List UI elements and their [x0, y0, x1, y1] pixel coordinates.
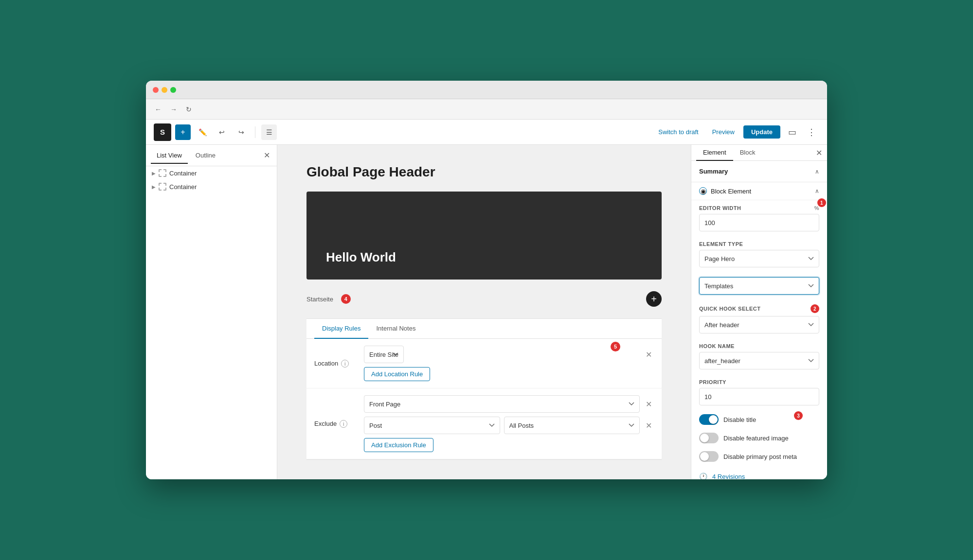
- summary-header[interactable]: Summary ∧: [691, 161, 827, 182]
- quick-hook-label: QUICK HOOK SELECT 2: [699, 304, 819, 313]
- toolbar-left: S + ✏️ ↩ ↪ ☰: [154, 123, 649, 141]
- tree-label-2: Container: [169, 183, 197, 191]
- toolbar-separator: [255, 126, 255, 138]
- editor-width-field: Editor width % 1: [691, 200, 827, 236]
- right-sidebar-close[interactable]: ✕: [816, 148, 822, 158]
- maximize-button[interactable]: [170, 87, 176, 93]
- exclude-select-2a[interactable]: Post: [364, 417, 500, 434]
- tab-outline[interactable]: Outline: [190, 148, 221, 164]
- element-type-field: ELEMENT TYPE Page Hero: [691, 236, 827, 272]
- tab-element[interactable]: Element: [696, 145, 733, 161]
- location-rule-content: Entire Site 5 ✕ Add Location Rule: [364, 346, 654, 381]
- block-element-text: Block Element: [711, 188, 751, 195]
- tab-block[interactable]: Block: [733, 145, 762, 161]
- disable-featured-toggle[interactable]: [699, 433, 719, 443]
- add-location-rule-button[interactable]: Add Location Rule: [364, 367, 430, 381]
- redo-button[interactable]: ↪: [234, 124, 249, 140]
- exclude-rule-content: Front Page ✕ Post All Posts: [364, 395, 654, 452]
- templates-field: Templates: [691, 272, 827, 299]
- add-exclusion-rule-button[interactable]: Add Exclusion Rule: [364, 438, 433, 452]
- badge-4: 4: [341, 294, 351, 304]
- hero-text: Hello World: [326, 250, 396, 265]
- hook-name-select[interactable]: after_header: [699, 352, 819, 369]
- minimize-button[interactable]: [162, 87, 167, 93]
- bottom-tab-bar: Display Rules Internal Notes: [306, 319, 662, 339]
- tab-internal-notes[interactable]: Internal Notes: [368, 319, 423, 339]
- add-block-button[interactable]: +: [646, 291, 662, 307]
- breadcrumb-bar: Startseite 4 +: [306, 287, 662, 311]
- badge-1: 1: [817, 198, 826, 207]
- rules-area: Location i Entire Site 5: [306, 339, 662, 459]
- app-window: ← → ↻ S + ✏️ ↩ ↪ ☰ Switch to draft Previ…: [146, 81, 827, 479]
- quick-hook-select[interactable]: After header: [699, 316, 819, 333]
- exclude-select-row-2: Post All Posts ✕: [364, 417, 654, 434]
- location-rule-row: Location i Entire Site 5: [306, 339, 662, 388]
- exclude-remove-button-1[interactable]: ✕: [644, 398, 654, 411]
- location-select[interactable]: Entire Site: [364, 346, 404, 363]
- editor-toolbar: S + ✏️ ↩ ↪ ☰ Switch to draft Preview Upd…: [146, 120, 827, 145]
- editor-canvas: Global Page Header Hello World Startseit…: [277, 145, 691, 479]
- disable-title-label: Disable title: [723, 416, 756, 423]
- tree-label-1: Container: [169, 170, 197, 177]
- update-button[interactable]: Update: [743, 125, 780, 139]
- exclude-label: Exclude i: [314, 420, 358, 428]
- hero-block[interactable]: Hello World: [306, 192, 662, 280]
- priority-label: PRIORITY: [699, 379, 819, 385]
- edit-icon-button[interactable]: ✏️: [195, 124, 210, 140]
- disable-primary-label: Disable primary post meta: [723, 453, 797, 460]
- more-options-button[interactable]: ⋮: [804, 124, 819, 140]
- add-block-toolbar-button[interactable]: +: [175, 124, 191, 140]
- forward-button[interactable]: →: [168, 104, 179, 115]
- badge-2: 2: [811, 304, 819, 313]
- location-remove-button[interactable]: ✕: [644, 348, 654, 361]
- priority-field: PRIORITY: [691, 374, 827, 410]
- disable-primary-toggle[interactable]: [699, 451, 719, 462]
- templates-select[interactable]: Templates: [699, 277, 819, 295]
- disable-title-toggle[interactable]: [699, 414, 719, 425]
- summary-title: Summary: [699, 168, 728, 175]
- main-area: List View Outline ✕ ▶ Container ▶ Contai…: [146, 145, 827, 479]
- back-button[interactable]: ←: [153, 104, 163, 115]
- editor-width-label: Editor width % 1: [699, 205, 819, 211]
- preview-button[interactable]: Preview: [707, 125, 739, 139]
- breadcrumb-text: Startseite: [306, 296, 333, 303]
- exclude-info-icon[interactable]: i: [340, 420, 347, 428]
- badge-5: 5: [611, 342, 620, 351]
- undo-button[interactable]: ↩: [214, 124, 230, 140]
- title-bar: [146, 81, 827, 99]
- document-view-button[interactable]: ☰: [261, 124, 277, 140]
- sidebar-toggle-button[interactable]: ▭: [784, 124, 800, 140]
- element-type-select[interactable]: Page Hero: [699, 250, 819, 267]
- tree-item-container-1[interactable]: ▶ Container: [146, 166, 277, 180]
- switch-draft-button[interactable]: Switch to draft: [653, 125, 703, 139]
- logo-button[interactable]: S: [154, 123, 171, 141]
- priority-input[interactable]: [699, 388, 819, 405]
- disable-title-row: Disable title 3: [691, 410, 827, 429]
- revisions-link[interactable]: 4 Revisions: [712, 473, 745, 480]
- sidebar-left: List View Outline ✕ ▶ Container ▶ Contai…: [146, 145, 277, 479]
- exclude-select-1[interactable]: Front Page: [364, 395, 640, 413]
- summary-section: Summary ∧: [691, 161, 827, 182]
- close-button[interactable]: [153, 87, 159, 93]
- tree-item-container-2[interactable]: ▶ Container: [146, 180, 277, 193]
- sidebar-close-button[interactable]: ✕: [262, 149, 272, 162]
- revisions-icon: 🕐: [699, 472, 707, 479]
- sidebar-right: Element Block ✕ Summary ∧ ◉ Block Elemen…: [691, 145, 827, 479]
- bottom-panel: Display Rules Internal Notes Location i: [306, 318, 662, 460]
- editor-width-input[interactable]: [699, 214, 819, 231]
- block-element-header[interactable]: ◉ Block Element ∧: [691, 182, 827, 200]
- exclude-remove-button-2[interactable]: ✕: [644, 419, 654, 432]
- page-title: Global Page Header: [306, 164, 662, 180]
- exclude-rule-row: Exclude i Front Page ✕: [306, 388, 662, 459]
- container-icon-1: [159, 169, 166, 177]
- location-select-row: Entire Site 5 ✕: [364, 346, 654, 363]
- exclude-select-2b[interactable]: All Posts: [504, 417, 640, 434]
- container-icon-2: [159, 183, 166, 191]
- block-element-label: ◉ Block Element: [699, 187, 751, 195]
- location-info-icon[interactable]: i: [341, 360, 349, 368]
- tab-list-view[interactable]: List View: [151, 148, 188, 164]
- block-element-icon: ◉: [699, 187, 707, 195]
- tab-display-rules[interactable]: Display Rules: [314, 319, 368, 339]
- refresh-button[interactable]: ↻: [184, 104, 194, 115]
- badge-3: 3: [794, 411, 803, 420]
